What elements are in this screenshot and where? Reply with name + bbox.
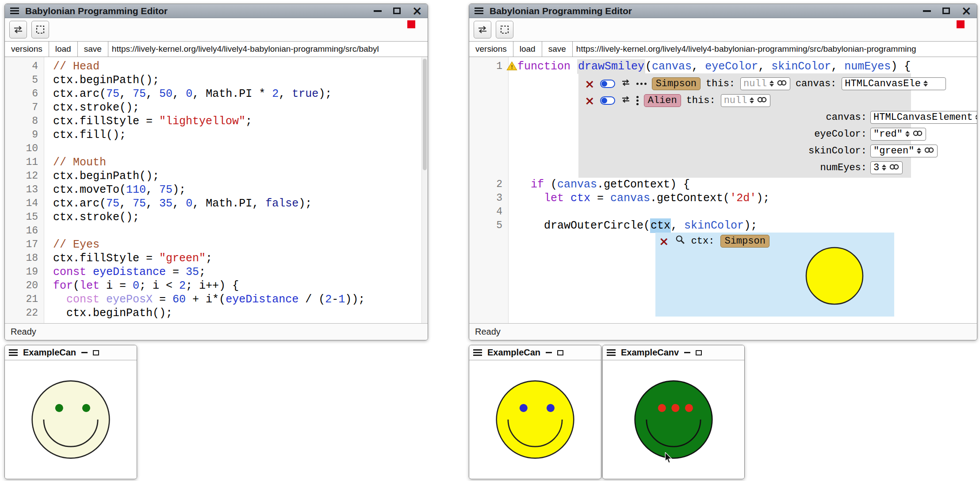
titlebar[interactable]: ExampleCanv: [603, 345, 744, 360]
code-line-6[interactable]: 6ctx.arc(75, 75, 50, 0, Math.PI * 2, tru…: [5, 87, 428, 101]
canvas-area[interactable]: [603, 360, 744, 478]
link-icon[interactable]: [912, 129, 923, 140]
swap-arrows-icon[interactable]: [620, 95, 631, 106]
more-options-icon[interactable]: [636, 83, 647, 85]
stepper-icon[interactable]: [917, 148, 921, 154]
code-line-9[interactable]: 9ctx.fill();: [5, 128, 428, 142]
code-line-11[interactable]: 11// Mouth: [5, 156, 428, 169]
example-toggle[interactable]: [600, 96, 615, 105]
load-button[interactable]: load: [513, 42, 542, 57]
code-line-13[interactable]: 13ctx.moveTo(110, 75);: [5, 183, 428, 197]
minimize-button[interactable]: [374, 10, 382, 12]
code-line-19[interactable]: 19const eyeDistance = 35;: [5, 265, 428, 279]
code-line-8[interactable]: 8ctx.fillStyle = "lightyellow";: [5, 115, 428, 128]
canvas-preview-probe[interactable]: × ctx: Simpson: [655, 233, 894, 317]
delete-example-button[interactable]: ×: [585, 95, 595, 107]
maximize-button[interactable]: [696, 350, 702, 355]
minimize-button[interactable]: [684, 352, 690, 353]
delete-probe-button[interactable]: ×: [659, 235, 669, 247]
swap-arrows-button[interactable]: [9, 21, 27, 38]
menu-icon[interactable]: [9, 349, 18, 356]
swap-arrows-icon[interactable]: [620, 78, 631, 89]
titlebar[interactable]: Babylonian Programming Editor ×: [5, 4, 428, 18]
canvas-area[interactable]: [469, 360, 601, 478]
code-line-3[interactable]: 3 let ctx = canvas.getContext('2d');: [469, 191, 977, 205]
code-line-16[interactable]: 16: [5, 224, 428, 238]
param-value-box[interactable]: "red": [870, 128, 926, 141]
code-line-5[interactable]: 5 drawOuterCircle(ctx, skinColor);: [469, 219, 977, 233]
canvas-area[interactable]: [5, 360, 137, 478]
minimize-button[interactable]: [546, 352, 552, 353]
stepper-icon[interactable]: [923, 80, 928, 87]
canvas-value-box[interactable]: HTMLCanvasEle: [842, 77, 946, 90]
more-options-vertical-icon[interactable]: [636, 96, 639, 105]
code-line-4[interactable]: 4// Head: [5, 60, 428, 73]
titlebar[interactable]: ExampleCan: [5, 345, 137, 360]
code-line-20[interactable]: 20for(let i = 0; i < 2; i++) {: [5, 279, 428, 293]
maximize-button[interactable]: [942, 8, 950, 14]
code-line-10[interactable]: 10: [5, 142, 428, 156]
menu-icon[interactable]: [10, 8, 19, 14]
code-line-17[interactable]: 17// Eyes: [5, 238, 428, 252]
versions-button[interactable]: versions: [5, 42, 49, 57]
save-button[interactable]: save: [542, 42, 573, 57]
code-line-12[interactable]: 12ctx.beginPath();: [5, 169, 428, 183]
stepper-icon[interactable]: [769, 80, 774, 87]
stepper-icon[interactable]: [750, 97, 754, 103]
code-line-15[interactable]: 15ctx.stroke();: [5, 210, 428, 224]
frame-select-button[interactable]: [31, 21, 49, 38]
param-value-box[interactable]: HTMLCanvasElement: [870, 111, 977, 124]
code-line-22[interactable]: 22 ctx.beginPath();: [5, 306, 428, 320]
titlebar[interactable]: ExampleCan: [469, 345, 601, 360]
swap-arrows-button[interactable]: [474, 21, 491, 38]
frame-select-button[interactable]: [496, 21, 513, 38]
code-line-5[interactable]: 5ctx.beginPath();: [5, 73, 428, 87]
close-button[interactable]: ×: [412, 5, 422, 17]
this-value-box[interactable]: null: [740, 77, 790, 90]
menu-icon[interactable]: [475, 8, 483, 14]
scrollbar-thumb[interactable]: [423, 59, 427, 170]
code-editor[interactable]: 1!function drawSmiley(canvas, eyeColor, …: [469, 57, 977, 323]
example-badge-simpson[interactable]: Simpson: [652, 77, 701, 90]
stepper-icon[interactable]: [905, 131, 910, 137]
code-line-18[interactable]: 18ctx.fillStyle = "green";: [5, 252, 428, 265]
ctx-badge-simpson[interactable]: Simpson: [720, 235, 769, 248]
magnifier-icon[interactable]: [675, 235, 685, 248]
param-value-box[interactable]: "green": [870, 145, 938, 157]
warning-icon[interactable]: !: [506, 61, 517, 75]
versions-button[interactable]: versions: [469, 42, 513, 57]
link-icon[interactable]: [889, 162, 900, 173]
stepper-icon[interactable]: [975, 114, 977, 120]
maximize-button[interactable]: [93, 350, 99, 355]
save-button[interactable]: save: [78, 42, 108, 57]
example-toggle[interactable]: [600, 80, 615, 88]
menu-icon[interactable]: [473, 349, 482, 356]
link-icon[interactable]: [757, 95, 767, 106]
code-line-14[interactable]: 14ctx.arc(75, 75, 35, 0, Math.PI, false)…: [5, 197, 428, 210]
minimize-button[interactable]: [81, 352, 88, 353]
minimize-button[interactable]: [923, 10, 931, 12]
menu-icon[interactable]: [607, 349, 616, 356]
code-line-7[interactable]: 7ctx.stroke();: [5, 101, 428, 115]
link-icon[interactable]: [777, 78, 787, 89]
maximize-button[interactable]: [393, 8, 401, 14]
link-icon[interactable]: [924, 145, 934, 157]
vertical-scrollbar[interactable]: [421, 57, 428, 323]
param-row-numeyes: numEyes: 3: [578, 159, 911, 176]
maximize-button[interactable]: [557, 350, 563, 355]
code-line-4[interactable]: 4: [469, 205, 977, 219]
example-badge-alien[interactable]: Alien: [644, 94, 681, 107]
code-line-1[interactable]: 1!function drawSmiley(canvas, eyeColor, …: [469, 60, 977, 73]
titlebar[interactable]: Babylonian Programming Editor ×: [469, 4, 977, 18]
this-value-box[interactable]: null: [721, 94, 771, 107]
stepper-icon[interactable]: [882, 164, 886, 171]
url-field[interactable]: https://lively-kernel.org/lively4/lively…: [573, 42, 977, 57]
param-value-box[interactable]: 3: [870, 161, 903, 174]
close-button[interactable]: ×: [961, 5, 972, 17]
url-field[interactable]: https://lively-kernel.org/lively4/lively…: [108, 42, 428, 57]
code-line-21[interactable]: 21 const eyePosX = 60 + i*(eyeDistance /…: [5, 293, 428, 306]
delete-example-button[interactable]: ×: [585, 78, 595, 90]
load-button[interactable]: load: [49, 42, 78, 57]
code-line-2[interactable]: 2 if (canvas.getContext) {: [469, 178, 977, 191]
code-editor[interactable]: 4// Head5ctx.beginPath();6ctx.arc(75, 75…: [5, 57, 428, 323]
